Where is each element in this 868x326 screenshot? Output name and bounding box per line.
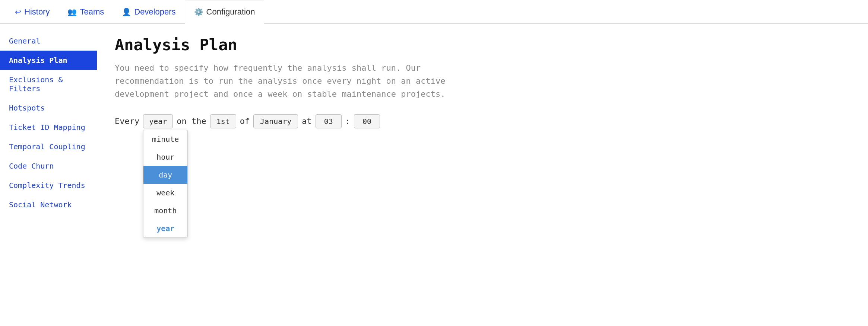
at-label: at bbox=[302, 116, 312, 126]
sidebar-item-complexity-trends[interactable]: Complexity Trends bbox=[0, 176, 97, 195]
teams-tab-icon: 👥 bbox=[67, 7, 77, 16]
sidebar: GeneralAnalysis PlanExclusions & Filters… bbox=[0, 24, 97, 326]
history-tab-icon: ↩ bbox=[15, 7, 21, 16]
dropdown-option-minute[interactable]: minute bbox=[143, 130, 187, 148]
every-label: Every bbox=[115, 116, 139, 126]
of-label: of bbox=[240, 116, 250, 126]
tab-developers[interactable]: 👤Developers bbox=[113, 0, 184, 23]
dropdown-option-year[interactable]: year bbox=[143, 220, 187, 237]
content-area: Analysis Plan You need to specify how fr… bbox=[97, 24, 868, 326]
tab-history[interactable]: ↩History bbox=[6, 0, 58, 23]
teams-tab-label: Teams bbox=[80, 7, 104, 17]
dropdown-option-week[interactable]: week bbox=[143, 184, 187, 202]
tab-configuration[interactable]: ⚙️Configuration bbox=[185, 0, 264, 24]
frequency-select[interactable]: year bbox=[143, 114, 173, 128]
colon-separator: : bbox=[345, 116, 350, 126]
page-title: Analysis Plan bbox=[115, 36, 850, 54]
frequency-dropdown: minutehourdayweekmonthyear bbox=[143, 130, 188, 238]
history-tab-label: History bbox=[24, 7, 50, 17]
main-layout: GeneralAnalysis PlanExclusions & Filters… bbox=[0, 24, 868, 326]
sidebar-item-social-network[interactable]: Social Network bbox=[0, 195, 97, 214]
schedule-row: Every year minutehourdayweekmonthyear on… bbox=[115, 114, 850, 128]
page-description: You need to specify how frequently the a… bbox=[115, 61, 450, 101]
sidebar-item-ticket-id-mapping[interactable]: Ticket ID Mapping bbox=[0, 118, 97, 137]
developers-tab-icon: 👤 bbox=[122, 7, 131, 16]
sidebar-item-analysis-plan[interactable]: Analysis Plan bbox=[0, 51, 97, 70]
frequency-select-container: year minutehourdayweekmonthyear bbox=[143, 114, 173, 128]
day-input[interactable]: 1st bbox=[210, 114, 236, 128]
top-nav: ↩History👥Teams👤Developers⚙️Configuration bbox=[0, 0, 868, 24]
dropdown-option-month[interactable]: month bbox=[143, 202, 187, 220]
sidebar-item-code-churn[interactable]: Code Churn bbox=[0, 156, 97, 176]
configuration-tab-label: Configuration bbox=[206, 7, 255, 17]
sidebar-item-exclusions-filters[interactable]: Exclusions & Filters bbox=[0, 70, 97, 98]
hour-input[interactable]: 03 bbox=[316, 114, 342, 128]
sidebar-item-hotspots[interactable]: Hotspots bbox=[0, 98, 97, 118]
sidebar-item-general[interactable]: General bbox=[0, 31, 97, 51]
month-input[interactable]: January bbox=[253, 114, 298, 128]
configuration-tab-icon: ⚙️ bbox=[194, 7, 203, 16]
sidebar-item-temporal-coupling[interactable]: Temporal Coupling bbox=[0, 137, 97, 156]
developers-tab-label: Developers bbox=[134, 7, 175, 17]
dropdown-option-hour[interactable]: hour bbox=[143, 148, 187, 166]
minute-input[interactable]: 00 bbox=[354, 114, 380, 128]
tab-teams[interactable]: 👥Teams bbox=[58, 0, 113, 23]
on-the-label: on the bbox=[177, 116, 206, 126]
dropdown-option-day[interactable]: day bbox=[143, 166, 187, 184]
